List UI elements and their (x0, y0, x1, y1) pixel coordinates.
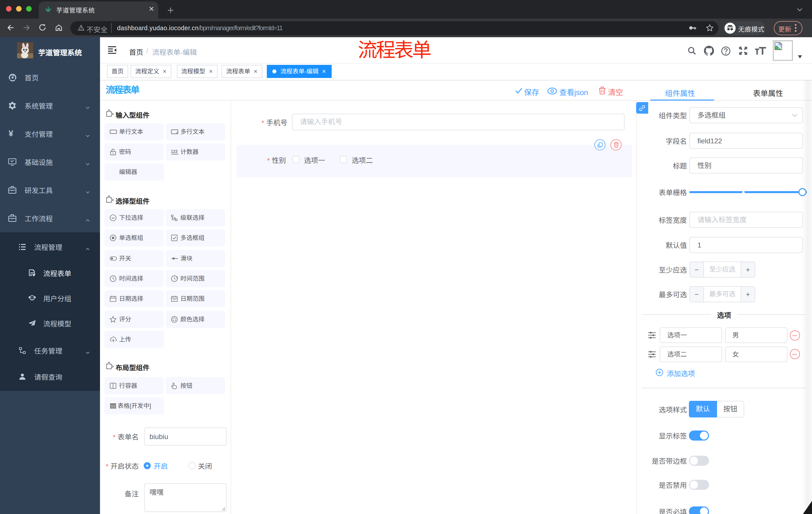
svg-text:123: 123 (171, 150, 178, 154)
